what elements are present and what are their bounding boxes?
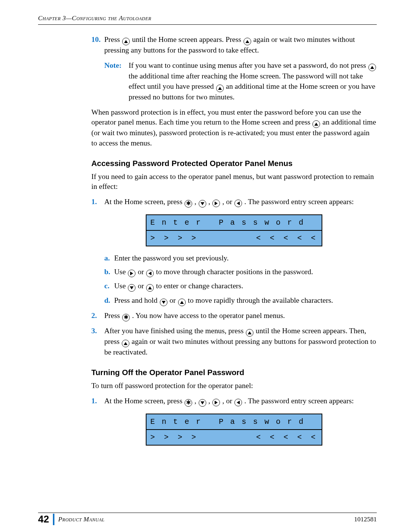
substep-body: Use or to enter or change characters. xyxy=(114,281,377,292)
substep-body: Use or to move through character positio… xyxy=(114,267,377,277)
up-arrow-icon xyxy=(368,64,376,71)
step-number: 10. xyxy=(91,35,104,55)
text: to move through character positions in t… xyxy=(156,268,313,276)
text: . You now have access to the operator pa… xyxy=(132,312,285,320)
up-arrow-icon xyxy=(244,38,251,45)
text: , xyxy=(209,397,212,405)
text: or xyxy=(138,268,146,276)
text: , or xyxy=(222,397,234,405)
running-header: Chapter 3—Configuring the Autoloader xyxy=(38,14,377,22)
step-body: At the Home screen, press , , , or . The… xyxy=(104,396,377,407)
page-footer: 42 Product Manual 1012581 xyxy=(38,513,377,525)
up-arrow-icon xyxy=(246,329,253,337)
down-arrow-icon xyxy=(199,200,206,208)
up-arrow-icon xyxy=(122,340,129,347)
step-b1: 1. At the Home screen, press , , , or . … xyxy=(91,396,377,407)
section-intro: If you need to gain access to the operat… xyxy=(91,172,377,192)
step-body: Press until the Home screen appears. Pre… xyxy=(104,35,377,55)
text: , xyxy=(209,198,212,206)
step-a1: 1. At the Home screen, press , , , or . … xyxy=(91,197,377,208)
text: Use xyxy=(114,282,127,290)
left-arrow-icon xyxy=(234,200,242,207)
up-arrow-icon xyxy=(178,299,186,306)
text: , xyxy=(194,397,198,405)
paragraph: When password protection is in effect, y… xyxy=(91,107,377,148)
up-arrow-icon xyxy=(216,85,224,92)
up-arrow-icon xyxy=(312,120,320,128)
section-heading-accessing: Accessing Password Protected Operator Pa… xyxy=(91,158,377,169)
up-arrow-icon xyxy=(122,38,130,45)
step-body: After you have finished using the menus,… xyxy=(104,326,377,357)
text: If you want to continue using menus afte… xyxy=(129,61,368,69)
text: until the Home screen appears. Press xyxy=(132,35,243,43)
text: Press xyxy=(104,312,122,320)
text: Press xyxy=(104,35,122,43)
enter-icon xyxy=(185,200,192,208)
text: to move rapidly through the available ch… xyxy=(188,296,333,304)
substep-label: b. xyxy=(104,267,114,277)
text: again or wait two minutes without pressi… xyxy=(104,337,376,356)
text: or xyxy=(170,296,178,304)
lcd-cursor-left: > > > > xyxy=(150,432,198,443)
text: At the Home screen, press xyxy=(104,397,184,405)
section-heading-turning-off: Turning Off the Operator Panel Password xyxy=(91,367,377,378)
lcd-cursor-right: < < < < < xyxy=(256,233,318,243)
step-number: 1. xyxy=(91,396,104,407)
text: Press and hold xyxy=(114,296,159,304)
step-number: 3. xyxy=(91,326,104,357)
lcd-line-1: E n t e r P a s s w o r d xyxy=(147,414,322,429)
substep-d: d. Press and hold or to move rapidly thr… xyxy=(104,296,377,306)
step-a3: 3. After you have finished using the men… xyxy=(91,326,377,357)
section-intro: To turn off password protection for the … xyxy=(91,381,377,391)
enter-icon xyxy=(185,399,192,407)
substep-c: c. Use or to enter or change characters. xyxy=(104,281,377,292)
footer-accent-bar xyxy=(53,514,54,525)
step-body: Press . You now have access to the opera… xyxy=(104,311,377,321)
down-arrow-icon xyxy=(199,399,206,407)
sub-steps: a. Enter the password you set previously… xyxy=(104,253,377,306)
page-number: 42 xyxy=(38,513,53,525)
lcd-display: E n t e r P a s s w o r d > > > > < < < … xyxy=(146,214,322,246)
step-body: At the Home screen, press , , , or . The… xyxy=(104,197,377,208)
footer-left: 42 Product Manual xyxy=(38,513,105,525)
enter-icon xyxy=(122,314,130,321)
text: Use xyxy=(114,268,127,276)
left-arrow-icon xyxy=(234,399,242,406)
text: , xyxy=(194,198,198,206)
footer-manual-title: Product Manual xyxy=(58,516,105,523)
text: , or xyxy=(222,198,234,206)
up-arrow-icon xyxy=(146,284,154,292)
step-number: 1. xyxy=(91,197,104,208)
note-body: If you want to continue using menus afte… xyxy=(129,61,377,102)
substep-label: a. xyxy=(104,253,114,263)
lcd-display: E n t e r P a s s w o r d > > > > < < < … xyxy=(146,414,322,446)
substep-body: Enter the password you set previously. xyxy=(114,253,377,263)
lcd-line-2: > > > > < < < < < xyxy=(147,429,322,445)
lcd-line-1: E n t e r P a s s w o r d xyxy=(147,215,322,230)
lcd-cursor-right: < < < < < xyxy=(256,432,318,443)
right-arrow-icon xyxy=(212,200,220,207)
right-arrow-icon xyxy=(212,399,220,406)
footer-doc-number: 1012581 xyxy=(354,516,377,523)
text: . The password entry screen appears: xyxy=(244,198,354,206)
note-block: Note: If you want to continue using menu… xyxy=(104,61,377,102)
right-arrow-icon xyxy=(128,270,135,277)
text: to enter or change characters. xyxy=(156,282,243,290)
text: When password protection is in effect, y… xyxy=(91,108,361,126)
step-a2: 2. Press . You now have access to the op… xyxy=(91,311,377,321)
substep-label: d. xyxy=(104,296,114,306)
lcd-line-2: > > > > < < < < < xyxy=(147,230,322,246)
down-arrow-icon xyxy=(160,299,167,306)
text: or xyxy=(138,282,146,290)
substep-body: Press and hold or to move rapidly throug… xyxy=(114,296,377,306)
header-rule xyxy=(38,24,377,25)
down-arrow-icon xyxy=(128,284,135,292)
left-arrow-icon xyxy=(146,270,154,277)
substep-b: b. Use or to move through character posi… xyxy=(104,267,377,277)
main-content: 10. Press until the Home screen appears.… xyxy=(91,35,377,446)
note-label: Note: xyxy=(104,61,129,102)
text: . The password entry screen appears: xyxy=(244,397,354,405)
step-10: 10. Press until the Home screen appears.… xyxy=(91,35,377,55)
text: At the Home screen, press xyxy=(104,198,184,206)
footer-rule xyxy=(38,513,377,513)
